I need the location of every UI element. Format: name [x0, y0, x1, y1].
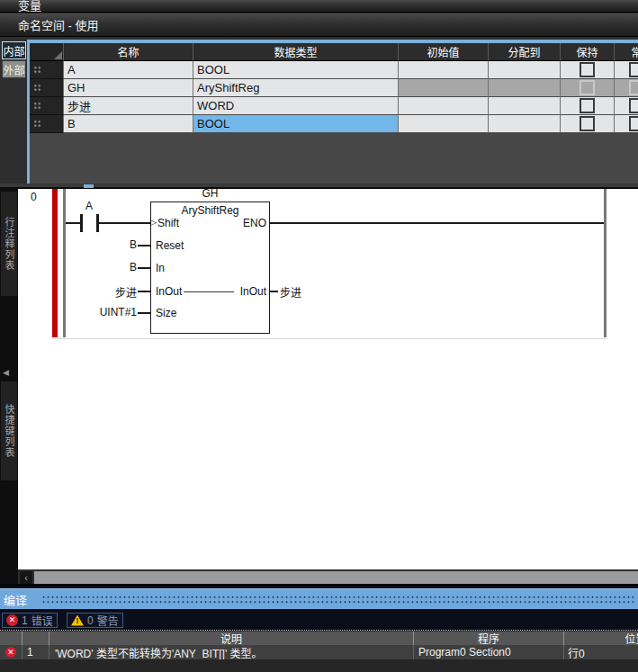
error-icon: ✕ [5, 647, 16, 658]
column-header-constant: 常 [615, 43, 638, 61]
variables-title-bar: 变量 [0, 0, 638, 13]
fb-pin-inout-left[interactable]: InOut [156, 285, 182, 298]
column-header-datatype: 数据类型 [193, 43, 399, 61]
cell-initial[interactable] [399, 115, 489, 133]
build-header-dots-texture [41, 595, 635, 605]
row-grip-icon [33, 66, 41, 75]
retain-checkbox[interactable] [580, 116, 595, 131]
fb-pin-shift[interactable]: Shift [157, 217, 179, 229]
cell-name[interactable]: B [64, 115, 193, 133]
tab-internal-label: 内部 [3, 43, 24, 58]
cell-retain-disabled [561, 79, 615, 97]
row-selector[interactable] [30, 61, 64, 79]
cell-initial[interactable] [399, 97, 489, 115]
sidebar-collapse-arrow-icon[interactable]: ◀ [3, 368, 9, 377]
cell-datatype[interactable]: WORD [193, 97, 399, 115]
fb-pin-reset[interactable]: Reset [156, 239, 184, 252]
warning-count: 0 [87, 614, 94, 627]
operand-inout-left[interactable]: 步进 [95, 284, 137, 300]
cell-assign[interactable] [489, 115, 561, 133]
constant-checkbox[interactable] [629, 116, 638, 131]
scroll-left-button[interactable]: ‹ [20, 571, 32, 584]
wire [138, 267, 150, 269]
eno-wire [270, 222, 604, 224]
wire [138, 291, 150, 292]
fb-pin-in[interactable]: In [156, 262, 165, 274]
retain-checkbox[interactable] [580, 62, 595, 77]
retain-checkbox[interactable] [580, 98, 595, 113]
error-icon: ✕ [6, 614, 18, 626]
constant-checkbox-disabled [629, 80, 638, 95]
sysmac-studio-window: 变量 命名空间 - 使用 内部 外部 名称 数据类型 初始值 分配到 保持 常 … [0, 0, 638, 672]
error-header-location: 位置 [564, 632, 638, 645]
tab-rung-comment-list[interactable]: 行注释列表 [1, 192, 17, 296]
operand-size[interactable]: UINT#1 [90, 306, 137, 318]
fb-pin-eno[interactable]: ENO [216, 217, 266, 229]
column-header-initial: 初始值 [399, 43, 489, 61]
error-row-icon-cell[interactable]: ✕ [0, 645, 22, 659]
right-power-rail [604, 189, 607, 337]
error-label: 错误 [31, 613, 53, 628]
cell-retain [561, 97, 615, 115]
select-all-cell[interactable] [30, 43, 64, 61]
rung-separator [52, 338, 607, 339]
edge-trigger-icon: ▷ [150, 218, 157, 227]
wire [138, 245, 150, 246]
cell-initial[interactable] [399, 61, 489, 79]
cell-assign[interactable] [489, 97, 561, 115]
variables-title: 变量 [18, 0, 41, 13]
select-all-corner-icon [54, 51, 62, 59]
error-row-location[interactable]: 行0 [564, 645, 638, 659]
operand-reset[interactable]: B [99, 238, 137, 251]
fb-instance-name[interactable]: GH [150, 187, 270, 200]
namespace-label: 命名空间 - 使用 [18, 16, 99, 33]
cell-datatype[interactable]: AryShiftReg [193, 79, 399, 97]
cell-assign-disabled [489, 79, 561, 97]
tab-internal[interactable]: 内部 [2, 41, 26, 59]
error-header-description: 说明 [49, 632, 414, 645]
error-row-description[interactable]: 'WORD' 类型不能转换为'ANY_BIT[]' 类型。 [49, 645, 414, 659]
constant-checkbox[interactable] [629, 98, 638, 113]
cell-retain [561, 61, 615, 79]
error-row-program[interactable]: Program0 Section0 [414, 645, 564, 659]
row-selector[interactable] [30, 115, 64, 133]
build-panel-title: 编译 [4, 591, 27, 608]
contact-operand[interactable]: A [79, 200, 99, 212]
error-header-program: 程序 [414, 632, 564, 645]
row-grip-icon [33, 102, 41, 111]
row-grip-icon [33, 120, 41, 129]
cell-datatype-selected[interactable]: BOOL [193, 115, 399, 133]
column-header-name: 名称 [64, 43, 193, 61]
splitter-handle[interactable] [84, 184, 94, 188]
tab-shortcut-key-list[interactable]: 快捷键列表 [1, 381, 17, 480]
column-header-assign: 分配到 [489, 43, 561, 61]
error-header-icon-col [0, 632, 22, 645]
wire [138, 312, 150, 314]
cell-name[interactable]: A [64, 61, 193, 79]
error-row-num[interactable]: 1 [22, 645, 49, 659]
warning-icon: ! [71, 615, 84, 626]
row-selector[interactable] [30, 79, 64, 97]
cell-name[interactable]: 步进 [64, 97, 193, 115]
rung-error-bar [52, 189, 58, 337]
operand-inout-right[interactable]: 步进 [280, 284, 301, 300]
build-panel-footer [0, 659, 638, 672]
fb-pin-size[interactable]: Size [156, 307, 176, 319]
tab-external[interactable]: 外部 [2, 60, 26, 78]
cell-assign[interactable] [489, 61, 561, 79]
cell-constant-disabled [615, 79, 638, 97]
cell-name[interactable]: GH [64, 79, 193, 97]
error-header-num-col [22, 632, 49, 645]
row-selector[interactable] [30, 97, 64, 115]
left-power-rail [63, 189, 66, 337]
operand-in[interactable]: B [99, 261, 137, 273]
cell-datatype[interactable]: BOOL [193, 61, 399, 79]
namespace-bar: 命名空间 - 使用 [0, 13, 638, 37]
rung-number[interactable]: 0 [31, 191, 37, 203]
constant-checkbox[interactable] [629, 62, 638, 77]
horizontal-scrollbar-thumb[interactable] [34, 571, 638, 584]
warning-label: 警告 [97, 613, 119, 628]
warning-filter-button[interactable]: ! 0 警告 [67, 613, 123, 628]
error-filter-button[interactable]: ✕ 1 错误 [2, 613, 58, 628]
contact-bar-left[interactable] [80, 214, 83, 232]
